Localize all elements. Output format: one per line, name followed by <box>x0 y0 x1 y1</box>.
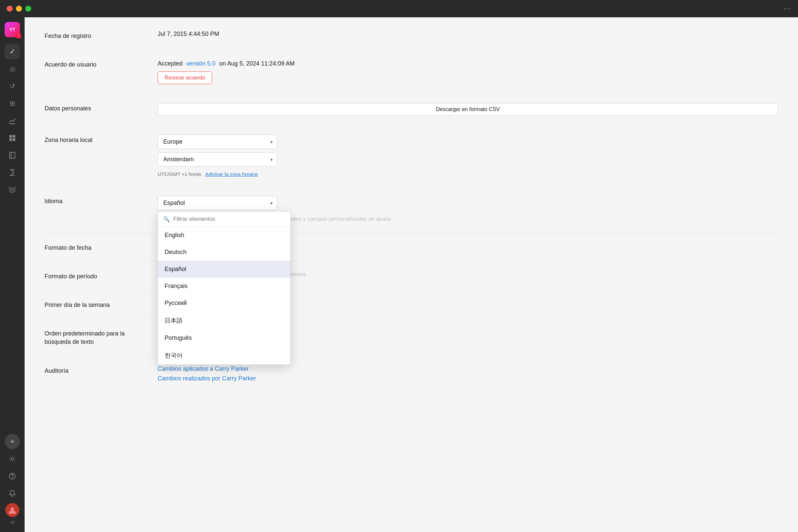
timezone-note: UTC/GMT +1 horas Adivinar la zona horari… <box>158 171 778 177</box>
sidebar-expand-icon[interactable]: ≪ <box>10 519 15 525</box>
zona-row: Zona horaria local Europe ▾ Amsterdam ▾ … <box>44 125 778 187</box>
svg-rect-1 <box>9 135 12 138</box>
dropdown-option-korean[interactable]: 한국어 <box>158 346 290 364</box>
acuerdo-value: Accepted versión 5.0 on Aug 5, 2024 11:2… <box>158 59 778 84</box>
idioma-dropdown: 🔍 English Deutsch Español Français Русск… <box>158 211 291 365</box>
sidebar-item-chart[interactable] <box>5 113 20 128</box>
svg-point-6 <box>11 458 13 460</box>
fecha-label: Fecha de registro <box>44 31 144 40</box>
idioma-label: Idioma <box>44 196 144 206</box>
auditoria-row: Auditoría Cambios aplicados a Carry Park… <box>44 356 778 392</box>
dropdown-option-espanol[interactable]: Español <box>158 261 290 278</box>
sidebar-item-replay[interactable]: ↺ <box>5 78 20 94</box>
dropdown-option-deutsch[interactable]: Deutsch <box>158 244 290 261</box>
primer-dia-label: Primer día de la semana <box>44 300 144 309</box>
city-select[interactable]: Amsterdam <box>158 152 277 167</box>
sidebar-item-layers[interactable] <box>5 182 20 197</box>
idioma-select-wrapper: Español ▾ 🔍 English Deutsch Español Fran… <box>158 196 277 210</box>
main-content: Fecha de registro Jul 7, 2015 4:44:50 PM… <box>25 17 798 532</box>
audit-links: Cambios aplicados a Carry Parker Cambios… <box>158 365 778 382</box>
help-icon[interactable] <box>5 469 20 484</box>
acuerdo-row: Acuerdo de usuario Accepted versión 5.0 … <box>44 50 778 94</box>
auditoria-label: Auditoría <box>44 365 144 375</box>
formato-fecha-label: Formato de fecha <box>44 242 144 252</box>
fecha-row: Fecha de registro Jul 7, 2015 4:44:50 PM <box>44 31 778 50</box>
idioma-row: Idioma Español ▾ 🔍 English Deutsch Españ… <box>44 187 778 233</box>
workspace-avatar[interactable]: YT ! <box>5 22 20 37</box>
sidebar-item-apps[interactable] <box>5 130 20 146</box>
svg-rect-2 <box>13 135 15 138</box>
close-button[interactable] <box>7 6 13 12</box>
audit-link-made[interactable]: Cambios realizados por Carry Parker <box>158 375 778 382</box>
dropdown-search-bar: 🔍 <box>158 212 290 227</box>
datos-row: Datos personales Descargar en formato CS… <box>44 94 778 125</box>
fecha-value: Jul 7, 2015 4:44:50 PM <box>158 31 778 38</box>
idioma-select[interactable]: Español <box>158 196 277 210</box>
dropdown-option-francais[interactable]: Français <box>158 278 290 294</box>
dropdown-option-english[interactable]: English <box>158 227 290 244</box>
sidebar-item-dashboard[interactable]: ⊞ <box>5 96 20 111</box>
sidebar-item-target[interactable]: ◎ <box>5 61 20 76</box>
acuerdo-text: Accepted versión 5.0 on Aug 5, 2024 11:2… <box>158 59 778 68</box>
svg-point-8 <box>12 478 13 478</box>
formato-periodo-row: Formato de período éríodo en los campos … <box>44 262 778 290</box>
sidebar-item-book[interactable] <box>5 148 20 163</box>
auditoria-value: Cambios aplicados a Carry Parker Cambios… <box>158 365 778 382</box>
revoke-button[interactable]: Revocar acuerdo <box>158 72 212 84</box>
orden-row: Orden predeterminado para la búsqueda de… <box>44 319 778 356</box>
window-controls <box>7 6 31 12</box>
settings-icon[interactable] <box>5 451 20 467</box>
avatar-badge: ! <box>16 34 21 38</box>
dropdown-option-japanese[interactable]: 日本語 <box>158 311 290 329</box>
zona-label: Zona horaria local <box>44 135 144 144</box>
titlebar: ⋯ <box>0 0 798 17</box>
datos-label: Datos personales <box>44 103 144 113</box>
primer-dia-row: Primer día de la semana s controles de c… <box>44 290 778 319</box>
download-csv-button[interactable]: Descargar en formato CSV <box>158 103 778 116</box>
dropdown-option-portuguese[interactable]: Português <box>158 329 290 346</box>
search-icon: 🔍 <box>163 216 170 223</box>
dropdown-filter-input[interactable] <box>173 216 285 223</box>
new-item-button[interactable]: + <box>5 434 20 449</box>
idioma-value: Español ▾ 🔍 English Deutsch Español Fran… <box>158 196 778 224</box>
acuerdo-label: Acuerdo de usuario <box>44 59 144 69</box>
svg-rect-4 <box>13 138 15 141</box>
region-select-wrapper: Europe ▾ <box>158 135 277 149</box>
zona-value: Europe ▾ Amsterdam ▾ UTC/GMT +1 horas Ad… <box>158 135 778 177</box>
svg-rect-3 <box>9 138 12 141</box>
datos-value: Descargar en formato CSV <box>158 103 778 116</box>
sidebar-item-hourglass[interactable] <box>5 165 20 180</box>
user-avatar[interactable] <box>5 503 19 517</box>
formato-periodo-label: Formato de período <box>44 271 144 281</box>
audit-link-applied[interactable]: Cambios aplicados a Carry Parker <box>158 365 778 373</box>
sidebar-nav: ✓ ◎ ↺ ⊞ <box>5 41 20 434</box>
bell-icon[interactable] <box>5 486 20 501</box>
titlebar-menu-icon[interactable]: ⋯ <box>783 4 791 13</box>
sidebar: YT ! ✓ ◎ ↺ ⊞ <box>0 0 25 532</box>
city-select-wrapper: Amsterdam ▾ <box>158 152 277 167</box>
sidebar-item-checkmark[interactable]: ✓ <box>5 44 20 59</box>
version-link[interactable]: versión 5.0 <box>186 60 215 67</box>
guess-timezone-link[interactable]: Adivinar la zona horaria <box>205 171 258 177</box>
maximize-button[interactable] <box>25 6 31 12</box>
minimize-button[interactable] <box>16 6 22 12</box>
orden-label: Orden predeterminado para la búsqueda de… <box>44 328 144 346</box>
formato-fecha-row: Formato de fecha nas en los campos de la… <box>44 233 778 262</box>
region-select[interactable]: Europe <box>158 135 277 149</box>
dropdown-option-russian[interactable]: Русский <box>158 294 290 311</box>
fecha-text: Jul 7, 2015 4:44:50 PM <box>158 31 778 38</box>
svg-point-9 <box>11 507 14 511</box>
sidebar-bottom: + ≪ <box>5 434 20 532</box>
